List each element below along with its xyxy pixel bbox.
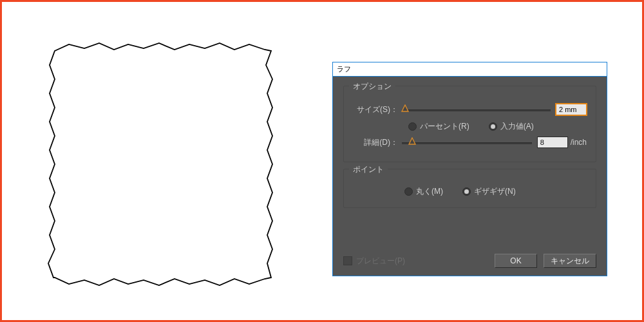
roughen-dialog: ラフ オプション サイズ(S)： xyxy=(332,62,607,276)
dialog-title: ラフ xyxy=(333,62,607,77)
points-group: ポイント 丸く(M) ギザギザ(N) xyxy=(343,169,596,208)
svg-marker-0 xyxy=(402,105,408,111)
detail-label: 詳細(D)： xyxy=(353,137,398,148)
point-mode-smooth[interactable]: 丸く(M) xyxy=(404,186,443,197)
detail-slider[interactable] xyxy=(402,137,532,148)
radio-label: 丸く(M) xyxy=(416,186,443,197)
size-mode-radios: パーセント(R) 入力値(A) xyxy=(408,121,587,132)
slider-track xyxy=(402,109,551,111)
detail-input[interactable] xyxy=(537,137,568,148)
checkbox-icon xyxy=(343,256,352,265)
options-group: オプション サイズ(S)： パーセント(R) xyxy=(343,86,596,162)
artwork-preview xyxy=(38,35,283,295)
ok-button[interactable]: OK xyxy=(495,254,537,268)
cancel-button[interactable]: キャンセル xyxy=(544,254,596,268)
radio-icon xyxy=(408,122,417,131)
point-mode-radios: 丸く(M) ギザギザ(N) xyxy=(404,186,587,197)
detail-slider-thumb[interactable] xyxy=(408,137,416,145)
points-title: ポイント xyxy=(349,164,388,175)
slider-track xyxy=(402,142,532,144)
radio-label: ギザギザ(N) xyxy=(474,186,516,197)
size-slider-thumb[interactable] xyxy=(401,104,409,112)
radio-icon xyxy=(489,122,497,131)
size-input[interactable] xyxy=(556,104,587,115)
size-row: サイズ(S)： xyxy=(353,102,587,117)
size-label: サイズ(S)： xyxy=(353,104,398,115)
size-slider[interactable] xyxy=(402,104,551,115)
options-title: オプション xyxy=(349,81,395,92)
radio-label: パーセント(R) xyxy=(420,121,469,132)
button-row: OK キャンセル xyxy=(495,254,596,268)
dialog-body: オプション サイズ(S)： パーセント(R) xyxy=(333,77,607,276)
radio-label: 入力値(A) xyxy=(500,121,534,132)
app-frame: ラフ オプション サイズ(S)： xyxy=(0,0,644,322)
radio-icon xyxy=(404,187,413,196)
detail-unit: /inch xyxy=(571,138,587,147)
svg-marker-1 xyxy=(409,138,415,144)
dialog-footer: プレビュー(P) OK キャンセル xyxy=(343,254,596,268)
point-mode-corner[interactable]: ギザギザ(N) xyxy=(462,186,516,197)
size-mode-absolute[interactable]: 入力値(A) xyxy=(489,121,534,132)
preview-label: プレビュー(P) xyxy=(356,256,405,267)
size-mode-percent[interactable]: パーセント(R) xyxy=(408,121,469,132)
preview-checkbox[interactable]: プレビュー(P) xyxy=(343,256,405,267)
detail-row: 詳細(D)： /inch xyxy=(353,135,587,150)
radio-icon xyxy=(462,187,471,196)
